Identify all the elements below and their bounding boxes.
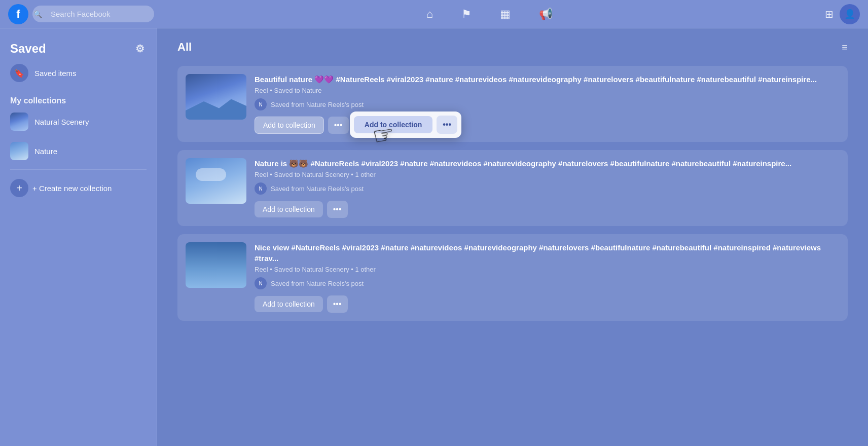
item-2-title: Nature is 🐻🐻 #NatureReels #viral2023 #na… — [255, 158, 840, 169]
sidebar-item-saved-items[interactable]: 🔖 Saved items — [4, 59, 153, 87]
item-3-source-row: N Saved from Nature Reels's post — [255, 277, 840, 289]
item-2-actions: Add to collection ••• — [255, 201, 840, 218]
item-2-more-button[interactable]: ••• — [327, 201, 348, 218]
sidebar-collection-natural-scenery[interactable]: Natural Scenery — [4, 107, 153, 136]
item-1-content: Beautiful nature 💜💜 #NatureReels #viral2… — [255, 74, 840, 134]
item-3-source-avatar: N — [255, 277, 267, 289]
item-2-content: Nature is 🐻🐻 #NatureReels #viral2023 #na… — [255, 158, 840, 218]
item-3-add-collection-button[interactable]: Add to collection — [255, 296, 323, 312]
item-3-source-text: Saved from Nature Reels's post — [271, 280, 364, 287]
user-avatar[interactable]: 👤 — [840, 4, 860, 24]
facebook-logo[interactable]: f — [8, 4, 28, 24]
saved-item: Nice view #NatureReels #viral2023 #natur… — [177, 234, 848, 321]
add-to-collection-popup: Add to collection ••• — [350, 112, 461, 138]
main-content: All ≡ Beautiful nature 💜💜 #NatureReels #… — [157, 28, 868, 446]
create-plus-icon: + — [10, 179, 28, 197]
home-nav-button[interactable]: ⌂ — [422, 4, 437, 25]
create-new-collection-button[interactable]: + + Create new collection — [4, 174, 153, 202]
nature-label: Nature — [34, 147, 57, 156]
nature-collection-icon — [10, 142, 28, 160]
nav-center-icons: ⌂ ⚑ ▦ 📢 — [154, 4, 825, 25]
item-2-thumbnail — [186, 158, 246, 204]
settings-gear-icon[interactable]: ⚙ — [133, 41, 147, 57]
popup-more-button[interactable]: ••• — [437, 116, 457, 134]
sidebar-collection-nature[interactable]: Nature — [4, 137, 153, 165]
item-2-source-avatar: N — [255, 182, 267, 195]
item-1-source-avatar: N — [255, 98, 267, 110]
saved-title: Saved — [10, 42, 46, 56]
item-1-source-text: Saved from Nature Reels's post — [271, 101, 364, 108]
item-3-more-button[interactable]: ••• — [327, 295, 348, 313]
content-header: All ≡ — [177, 41, 848, 54]
grid-menu-button[interactable]: ⊞ — [825, 8, 834, 20]
flag-nav-button[interactable]: ⚑ — [457, 4, 476, 25]
filter-icon-button[interactable]: ≡ — [842, 42, 848, 53]
item-1-thumbnail — [186, 74, 246, 120]
item-1-source-row: N Saved from Nature Reels's post — [255, 98, 840, 110]
item-3-content: Nice view #NatureReels #viral2023 #natur… — [255, 242, 840, 313]
create-collection-label: + Create new collection — [32, 184, 112, 193]
app-layout: Saved ⚙ 🔖 Saved items My collections Nat… — [0, 0, 868, 446]
item-1-meta: Reel • Saved to Nature — [255, 87, 840, 94]
item-2-source-row: N Saved from Nature Reels's post — [255, 182, 840, 195]
search-input[interactable] — [32, 6, 154, 22]
item-1-title: Beautiful nature 💜💜 #NatureReels #viral2… — [255, 74, 840, 85]
nav-right-actions: ⊞ 👤 — [825, 4, 860, 24]
saved-items-icon: 🔖 — [10, 64, 28, 82]
search-wrapper: 🔍 — [28, 6, 154, 22]
item-3-title: Nice view #NatureReels #viral2023 #natur… — [255, 242, 840, 264]
saved-item: Beautiful nature 💜💜 #NatureReels #viral2… — [177, 66, 848, 142]
sidebar: Saved ⚙ 🔖 Saved items My collections Nat… — [0, 28, 157, 446]
sidebar-divider — [10, 169, 147, 170]
item-2-add-collection-button[interactable]: Add to collection — [255, 201, 323, 217]
my-collections-section-title: My collections — [4, 91, 153, 107]
megaphone-nav-button[interactable]: 📢 — [535, 4, 557, 25]
chart-nav-button[interactable]: ▦ — [496, 4, 515, 25]
item-3-actions: Add to collection ••• — [255, 295, 840, 313]
item-3-thumbnail — [186, 242, 246, 288]
top-navigation: f 🔍 ⌂ ⚑ ▦ 📢 ⊞ 👤 — [0, 0, 868, 28]
item-1-add-collection-button[interactable]: Add to collection — [255, 117, 324, 134]
content-section-title: All — [177, 41, 192, 54]
item-1-actions: Add to collection ••• — [255, 117, 840, 134]
sidebar-title-row: Saved ⚙ — [4, 36, 153, 59]
saved-item: Nature is 🐻🐻 #NatureReels #viral2023 #na… — [177, 150, 848, 226]
popup-add-collection-button[interactable]: Add to collection — [354, 116, 432, 133]
item-2-source-text: Saved from Nature Reels's post — [271, 185, 364, 193]
item-2-meta: Reel • Saved to Natural Scenery • 1 othe… — [255, 171, 840, 178]
natural-scenery-label: Natural Scenery — [34, 118, 89, 126]
item-3-meta: Reel • Saved to Natural Scenery • 1 othe… — [255, 266, 840, 273]
natural-scenery-collection-icon — [10, 113, 28, 131]
saved-items-label: Saved items — [34, 69, 77, 78]
search-icon: 🔍 — [33, 10, 42, 18]
item-1-more-button[interactable]: ••• — [328, 117, 349, 134]
